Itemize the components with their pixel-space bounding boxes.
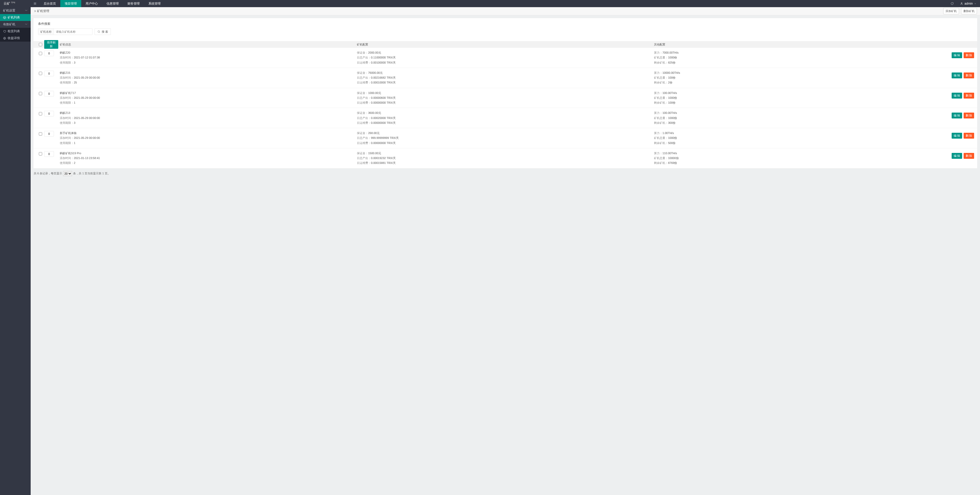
row-checkbox[interactable] [39,152,42,155]
sort-input[interactable] [44,111,54,116]
sort-input[interactable] [44,51,54,56]
chevron-down-icon: ﹀ [25,9,28,13]
sidebar-item-2[interactable]: 有效矿机﹀ [0,21,31,28]
user-menu[interactable]: admin [956,2,980,5]
nav-item-2[interactable]: 用户中心 [81,0,102,7]
breadcrumb: 矿机管理 [34,9,49,13]
cube-icon [3,16,6,19]
svg-point-5 [4,38,5,39]
table-row: 蚂蚁Z13添加时间：2021-05-29 00:00:00使用期限：3保证金：3… [33,108,977,128]
nav-item-1[interactable]: 项目管理 [60,0,81,7]
row-checkbox[interactable] [39,72,42,75]
col-header-other: 其他配置 [654,43,951,46]
miner-name: 蚂蚁Z13 [60,111,357,116]
nav-item-4[interactable]: 财务管理 [123,0,144,7]
add-miner-button[interactable]: 添加矿机 [943,8,959,14]
row-checkbox[interactable] [39,132,42,136]
delete-button[interactable]: 删 除 [964,133,974,139]
delete-button[interactable]: 删 除 [964,153,974,159]
svg-line-7 [99,32,100,33]
miner-table: 排序刷新 矿机信息 矿机配置 其他配置 蚂蚁Z20添加时间：2021-07-12… [33,41,977,168]
heart-icon [3,30,6,33]
refresh-button[interactable] [948,0,956,7]
sidebar-item-label: 矿机列表 [8,15,20,20]
main-content: 矿机管理 添加矿机 删除矿机 条件搜索 矿机名称 [31,7,980,495]
chevron-down-icon [974,3,977,5]
delete-button[interactable]: 删 除 [964,73,974,78]
table-row: 蚂蚁矿机S19 Pro添加时间：2021-01-13 23:58:41使用期限：… [33,148,977,168]
miner-name: 蚂蚁矿机T17 [60,90,357,95]
edit-button[interactable]: 编 辑 [951,73,962,78]
filter-title: 条件搜索 [38,22,973,26]
sidebar-item-label: 矿机设置 [3,8,15,13]
row-checkbox[interactable] [39,112,42,116]
table-row: 蚂蚁Z15添加时间：2021-05-29 00:00:00使用期限：25保证金：… [33,68,977,88]
col-header-cfg: 矿机配置 [357,43,654,46]
row-checkbox[interactable] [39,92,42,95]
miner-name: 蚂蚁矿机S19 Pro [60,151,357,156]
breadcrumb-title: 矿机管理 [37,9,49,13]
breadcrumb-bar: 矿机管理 添加矿机 删除矿机 [31,7,980,15]
name-input-label: 矿机名称 [38,29,54,35]
miner-name: 蚂蚁Z20 [60,50,357,55]
user-name: admin [964,2,973,5]
search-button[interactable]: 搜 索 [94,29,111,35]
nav-item-0[interactable]: 后台首页 [39,0,60,7]
edit-button[interactable]: 编 辑 [951,52,962,58]
brand-logo: 云矿 TP6 [0,0,31,7]
chevron-down-icon: ﹀ [25,23,28,26]
sidebar-toggle[interactable] [31,0,39,7]
sort-input[interactable] [44,151,54,157]
miner-name: 新手矿机体验 [60,131,357,136]
pager-text-1: 共 6 条记录，每页显示 [34,171,62,175]
edit-button[interactable]: 编 辑 [951,93,962,98]
pager: 共 6 条记录，每页显示 20 条，共 1 页当前显示第 1 页。 [33,168,977,179]
top-nav: 后台首页项目管理用户中心信息管理财务管理系统管理 [39,0,165,7]
brand-name: 云矿 [3,1,10,6]
chevron-right-icon [34,10,36,12]
sidebar-item-label: 租赁列表 [8,29,20,33]
svg-point-4 [3,37,6,39]
sidebar-item-1[interactable]: 矿机列表 [0,14,31,21]
sidebar-item-0[interactable]: 矿机设置﹀ [0,7,31,14]
filter-panel: 条件搜索 矿机名称 搜 索 [33,18,977,38]
search-button-label: 搜 索 [102,30,108,34]
table-row: 蚂蚁矿机T17添加时间：2021-05-29 00:00:00使用期限：1保证金… [33,88,977,108]
edit-button[interactable]: 编 辑 [951,153,962,159]
sidebar-item-label: 收益详情 [8,36,20,40]
nav-item-3[interactable]: 信息管理 [102,0,123,7]
table-row: 蚂蚁Z20添加时间：2021-07-12 01:07:38使用期限：3保证金：2… [33,48,977,68]
brand-sup: TP6 [11,1,15,4]
table-header: 排序刷新 矿机信息 矿机配置 其他配置 [33,41,977,48]
hamburger-icon [33,2,37,5]
sidebar-item-4[interactable]: 收益详情 [0,35,31,41]
sort-input[interactable] [44,71,54,76]
name-input[interactable] [54,29,92,35]
delete-miner-button[interactable]: 删除矿机 [961,8,977,14]
search-icon [97,30,100,33]
user-icon [960,2,963,5]
edit-button[interactable]: 编 辑 [951,113,962,119]
edit-button[interactable]: 编 辑 [951,133,962,139]
target-icon [3,37,6,40]
topbar: 云矿 TP6 后台首页项目管理用户中心信息管理财务管理系统管理 admin [0,0,980,7]
select-all-checkbox[interactable] [39,43,42,46]
sort-input[interactable] [44,131,54,136]
page-size-select[interactable]: 20 [63,171,72,176]
sort-refresh-button[interactable]: 排序刷新 [44,40,58,49]
sidebar-item-3[interactable]: 租赁列表 [0,28,31,35]
sort-input[interactable] [44,91,54,97]
delete-button[interactable]: 删 除 [964,52,974,58]
delete-button[interactable]: 删 除 [964,113,974,119]
row-checkbox[interactable] [39,52,42,55]
col-header-info: 矿机信息 [58,43,357,46]
name-input-wrap: 矿机名称 [38,29,92,35]
refresh-icon [951,2,954,5]
delete-button[interactable]: 删 除 [964,93,974,98]
svg-point-3 [961,3,962,3]
svg-point-6 [98,31,100,32]
sidebar: 矿机设置﹀矿机列表有效矿机﹀租赁列表收益详情 [0,7,31,495]
miner-name: 蚂蚁Z15 [60,70,357,75]
table-row: 新手矿机体验添加时间：2021-05-29 00:00:00使用期限：1保证金：… [33,128,977,148]
nav-item-5[interactable]: 系统管理 [144,0,165,7]
